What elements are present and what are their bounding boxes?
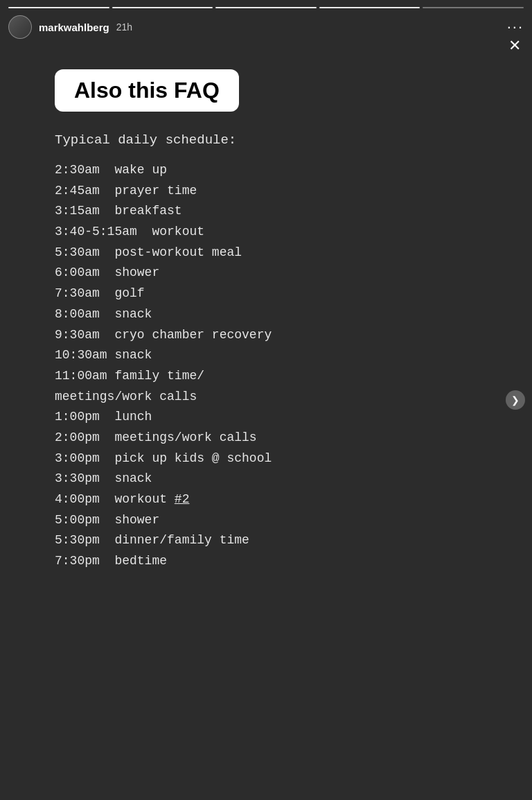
list-item: 2:30am wake up [55,160,484,181]
close-button[interactable]: ✕ [508,38,521,53]
list-item: 5:30pm dinner/family time [55,530,484,551]
faq-title-badge: Also this FAQ [55,69,239,112]
list-item: 10:30am snack [55,345,484,366]
list-item: 5:30am post-workout meal [55,243,484,263]
chevron-right-icon: ❯ [511,394,520,406]
timestamp: 21h [116,21,132,33]
instagram-story: markwahlberg 21h ··· ✕ ❯ Also this FAQ T… [0,0,532,800]
schedule-list: 2:30am wake up 2:45am prayer time 3:15am… [55,160,484,572]
list-item: 6:00am shower [55,263,484,284]
list-item: 9:30am cryo chamber recovery [55,325,484,346]
list-item: 3:15am breakfast [55,201,484,222]
schedule-title: Typical daily schedule: [55,132,484,148]
list-item: 1:00pm lunch [55,407,484,428]
avatar[interactable] [8,15,32,39]
progress-seg-1 [8,7,109,8]
user-info: markwahlberg 21h ··· [8,15,524,39]
list-item: 2:45am prayer time [55,181,484,202]
list-item: 7:30pm bedtime [55,551,484,572]
next-story-button[interactable]: ❯ [506,390,525,410]
list-item: 8:00am snack [55,304,484,325]
list-item: 4:00pm workout #2 [55,489,484,510]
content-card: Also this FAQ Typical daily schedule: 2:… [55,69,484,572]
workout-hashtag: #2 [175,492,190,506]
progress-seg-5 [423,7,524,8]
list-item: 7:30am golf [55,284,484,304]
top-bar: markwahlberg 21h ··· [0,0,532,39]
list-item: 2:00pm meetings/work calls [55,428,484,449]
list-item: 11:00am family time/ [55,366,484,387]
list-item: 3:00pm pick up kids @ school [55,449,484,469]
username[interactable]: markwahlberg [39,21,109,33]
list-item: meetings/work calls [55,387,484,408]
progress-seg-3 [215,7,317,8]
progress-seg-4 [319,7,420,8]
list-item: 3:40-5:15am workout [55,222,484,243]
progress-bars [8,7,524,8]
story-content: Also this FAQ Typical daily schedule: 2:… [0,55,532,800]
progress-seg-2 [112,7,213,8]
list-item: 3:30pm snack [55,469,484,489]
list-item: 5:00pm shower [55,510,484,531]
more-options-button[interactable]: ··· [507,18,524,36]
